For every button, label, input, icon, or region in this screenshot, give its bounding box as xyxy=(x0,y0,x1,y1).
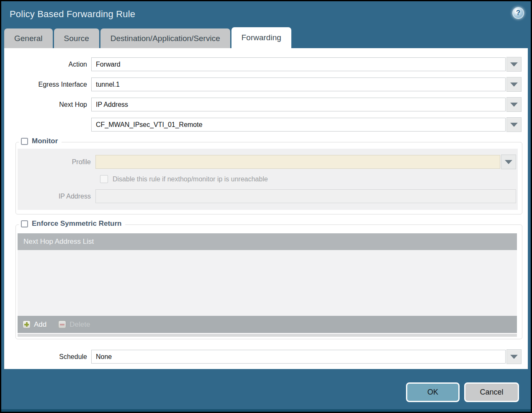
monitor-body: Profile Disable this rule if nexthop/mon… xyxy=(18,149,518,210)
tab-bar: General Source Destination/Application/S… xyxy=(1,27,531,48)
monitor-ip-address-label: IP Address xyxy=(18,193,95,200)
schedule-label: Schedule xyxy=(4,353,91,361)
next-hop-type-select[interactable]: IP Address xyxy=(91,98,506,111)
forwarding-tab-panel: Action Forward Egress Interface tunnel.1… xyxy=(4,48,528,369)
add-button-label: Add xyxy=(34,320,46,329)
plus-icon xyxy=(23,320,31,328)
profile-select xyxy=(95,155,500,169)
disable-rule-row: Disable this rule if nexthop/monitor ip … xyxy=(100,175,516,183)
delete-button: Delete xyxy=(58,320,90,329)
egress-interface-row: Egress Interface tunnel.1 xyxy=(4,77,522,92)
next-hop-address-list-toolbar: Add Delete xyxy=(18,316,517,333)
next-hop-dropdown-button[interactable] xyxy=(506,97,522,112)
next-hop-address-list-table: Next Hop Address List Add Delete xyxy=(16,225,522,339)
monitor-ip-address-row: IP Address xyxy=(18,189,516,203)
egress-interface-select[interactable]: tunnel.1 xyxy=(91,77,506,91)
minus-icon xyxy=(58,320,66,328)
action-row: Action Forward xyxy=(4,57,522,72)
enforce-symmetric-return-checkbox[interactable] xyxy=(21,220,28,227)
chevron-down-icon xyxy=(510,83,518,87)
table-resize-strip xyxy=(18,334,517,337)
action-select[interactable]: Forward xyxy=(91,57,506,71)
action-label: Action xyxy=(4,61,91,68)
disable-rule-label: Disable this rule if nexthop/monitor ip … xyxy=(113,176,268,183)
page-title: Policy Based Forwarding Rule xyxy=(10,9,135,20)
schedule-dropdown-button[interactable] xyxy=(506,349,522,364)
enforce-symmetric-return-section: Enforce Symmetric Return Next Hop Addres… xyxy=(15,225,522,339)
profile-row: Profile xyxy=(18,155,516,169)
enforce-symmetric-return-legend: Enforce Symmetric Return xyxy=(19,219,125,228)
monitor-checkbox[interactable] xyxy=(21,138,28,145)
ok-button[interactable]: OK xyxy=(406,382,460,402)
monitor-legend: Monitor xyxy=(19,137,62,145)
action-dropdown-button[interactable] xyxy=(506,57,522,72)
next-hop-row: Next Hop IP Address xyxy=(4,97,522,112)
chevron-down-icon xyxy=(510,103,518,107)
tab-destination-application-service[interactable]: Destination/Application/Service xyxy=(100,28,230,48)
titlebar: Policy Based Forwarding Rule ? xyxy=(1,1,531,27)
next-hop-label: Next Hop xyxy=(4,101,91,108)
next-hop-address-select[interactable]: CF_MWAN_IPsec_VTI_01_Remote xyxy=(91,118,506,132)
window-bottom-edge xyxy=(1,409,531,412)
chevron-down-icon xyxy=(510,62,518,67)
add-button[interactable]: Add xyxy=(23,320,46,329)
egress-interface-label: Egress Interface xyxy=(4,81,91,88)
monitor-section: Monitor Profile Disable this rule if nex… xyxy=(15,142,522,214)
schedule-select[interactable]: None xyxy=(91,350,506,364)
next-hop-address-dropdown-button[interactable] xyxy=(506,117,522,132)
next-hop-address-list-header: Next Hop Address List xyxy=(18,233,517,250)
profile-dropdown-button xyxy=(501,155,516,169)
egress-interface-dropdown-button[interactable] xyxy=(506,77,522,92)
dialog-footer: OK Cancel xyxy=(406,382,519,402)
cancel-button[interactable]: Cancel xyxy=(464,382,519,402)
chevron-down-icon xyxy=(510,123,518,127)
enforce-symmetric-return-legend-label: Enforce Symmetric Return xyxy=(32,219,121,228)
help-icon[interactable]: ? xyxy=(512,7,524,19)
profile-label: Profile xyxy=(18,158,95,166)
next-hop-address-row: CF_MWAN_IPsec_VTI_01_Remote xyxy=(4,117,522,132)
chevron-down-icon xyxy=(505,160,512,164)
monitor-legend-label: Monitor xyxy=(32,137,58,145)
delete-button-label: Delete xyxy=(69,320,90,329)
screen: Policy Based Forwarding Rule ? General S… xyxy=(0,0,532,413)
monitor-ip-address-input xyxy=(95,189,516,203)
next-hop-address-list-body xyxy=(18,250,517,316)
tab-general[interactable]: General xyxy=(4,28,53,48)
tab-source[interactable]: Source xyxy=(54,28,99,48)
pbf-rule-dialog: Policy Based Forwarding Rule ? General S… xyxy=(1,1,531,412)
tab-forwarding[interactable]: Forwarding xyxy=(231,27,291,48)
schedule-row: Schedule None xyxy=(4,349,522,364)
chevron-down-icon xyxy=(510,355,518,359)
disable-rule-checkbox xyxy=(100,175,108,183)
